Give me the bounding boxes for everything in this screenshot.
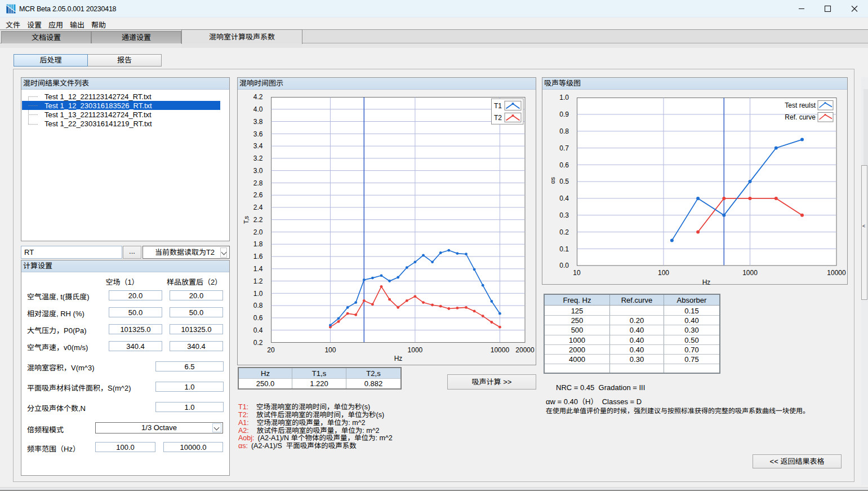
svg-text:1.0: 1.0 [253, 290, 263, 298]
svg-text:1.4: 1.4 [253, 265, 263, 273]
svg-text:Test reulst: Test reulst [785, 101, 816, 109]
svg-text:0.7: 0.7 [559, 144, 569, 152]
svg-text:3.4: 3.4 [253, 142, 263, 150]
svg-text:1000: 1000 [742, 269, 758, 277]
svg-text:0.3: 0.3 [559, 211, 569, 219]
svg-text:1000: 1000 [408, 346, 423, 354]
svg-text:1.0: 1.0 [559, 94, 569, 101]
svg-text:T,s: T,s [243, 215, 250, 224]
svg-text:0.2: 0.2 [559, 228, 569, 236]
svg-text:2.8: 2.8 [253, 179, 263, 187]
svg-text:100: 100 [324, 346, 336, 354]
svg-text:T2: T2 [494, 114, 502, 122]
svg-text:0.1: 0.1 [559, 245, 569, 253]
svg-text:100: 100 [658, 269, 669, 277]
svg-text:3.6: 3.6 [253, 130, 263, 138]
svg-text:0.8: 0.8 [559, 127, 569, 135]
svg-text:T1: T1 [494, 102, 502, 110]
svg-text:10: 10 [573, 269, 581, 277]
svg-text:2.6: 2.6 [253, 191, 263, 199]
svg-text:4.0: 4.0 [253, 105, 263, 113]
svg-text:1.2: 1.2 [253, 277, 263, 285]
svg-text:0.4: 0.4 [559, 194, 569, 202]
svg-text:2.0: 2.0 [253, 228, 263, 236]
svg-text:0.6: 0.6 [559, 161, 569, 169]
svg-text:Hz: Hz [394, 355, 403, 362]
svg-text:0.0: 0.0 [559, 262, 569, 269]
svg-text:10000: 10000 [827, 269, 846, 277]
svg-text:10000: 10000 [491, 346, 510, 354]
svg-text:1.6: 1.6 [253, 253, 263, 260]
svg-text:20000: 20000 [515, 346, 535, 354]
svg-text:20: 20 [267, 346, 275, 354]
svg-text:2.4: 2.4 [253, 204, 263, 211]
svg-text:αs: αs [549, 177, 556, 184]
svg-text:0.9: 0.9 [559, 110, 569, 118]
svg-text:0.6: 0.6 [253, 314, 263, 322]
svg-text:3.2: 3.2 [253, 154, 263, 162]
svg-text:3.8: 3.8 [253, 118, 263, 126]
svg-text:3.0: 3.0 [253, 167, 263, 175]
svg-text:0.5: 0.5 [559, 178, 569, 185]
svg-text:0.4: 0.4 [253, 326, 263, 334]
svg-text:Hz: Hz [702, 278, 711, 285]
svg-text:4.2: 4.2 [253, 93, 263, 101]
svg-text:0.2: 0.2 [253, 339, 263, 347]
svg-text:Ref. curve: Ref. curve [785, 113, 816, 121]
svg-text:1.8: 1.8 [253, 240, 263, 248]
svg-text:2.2: 2.2 [253, 216, 263, 224]
svg-text:0.8: 0.8 [253, 302, 263, 309]
